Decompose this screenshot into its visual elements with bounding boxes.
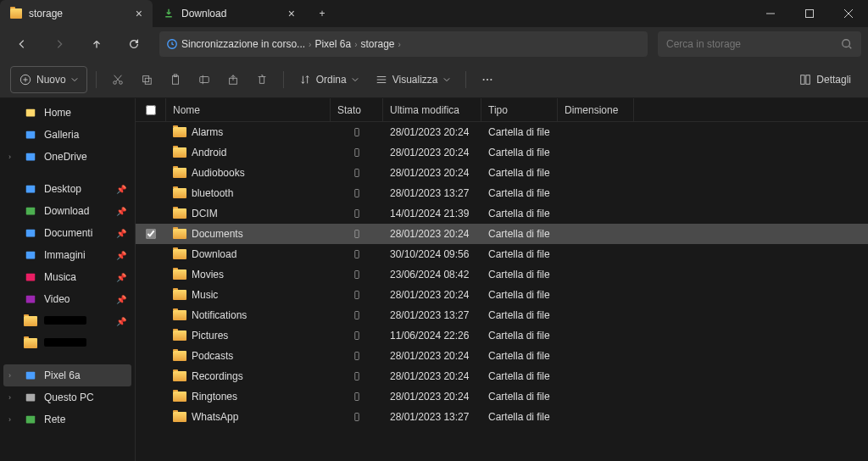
svg-rect-23 (801, 75, 804, 84)
chevron-right-icon: › (354, 40, 357, 49)
breadcrumb-item[interactable]: storage (360, 38, 394, 50)
svg-rect-41 (355, 210, 359, 218)
refresh-button[interactable] (119, 31, 149, 58)
svg-rect-14 (199, 76, 209, 82)
file-type: Cartella di file (481, 391, 558, 403)
file-state (331, 147, 383, 158)
select-all-checkbox[interactable] (136, 98, 166, 121)
sidebar-item-rete[interactable]: › Rete (0, 408, 135, 430)
svg-rect-50 (355, 393, 359, 401)
folder-icon (173, 188, 186, 198)
svg-rect-10 (142, 75, 148, 81)
svg-rect-31 (26, 252, 36, 259)
tab-download[interactable]: Download × (153, 0, 305, 27)
paste-button[interactable] (163, 66, 188, 93)
svg-rect-27 (26, 153, 36, 161)
sidebar-item-download[interactable]: Download📌 (0, 200, 135, 222)
file-state (331, 249, 383, 259)
breadcrumb-item[interactable]: Sincronizzazione in corso... (181, 38, 305, 50)
forward-button[interactable] (44, 31, 75, 58)
file-modified: 30/10/2024 09:56 (383, 248, 481, 260)
column-state[interactable]: Stato (331, 98, 383, 121)
sidebar-item-redacted[interactable] (0, 332, 135, 354)
new-label: Nuovo (36, 74, 66, 86)
minimize-button[interactable] (751, 0, 790, 27)
rename-icon (198, 73, 210, 86)
table-row[interactable]: Ringtones 28/01/2023 20:24 Cartella di f… (136, 386, 868, 407)
table-row[interactable]: Android 28/01/2023 20:24 Cartella di fil… (136, 142, 868, 163)
table-row[interactable]: Download 30/10/2024 09:56 Cartella di fi… (136, 244, 868, 264)
table-row[interactable]: Notifications 28/01/2023 13:27 Cartella … (136, 305, 868, 325)
view-button[interactable]: Visualizza (369, 66, 457, 93)
breadcrumb-item[interactable]: Pixel 6a (314, 38, 351, 50)
row-checkbox[interactable] (146, 229, 156, 239)
close-icon[interactable]: × (288, 7, 295, 20)
sidebar-item-home[interactable]: Home (0, 102, 135, 124)
sidebar-item-video[interactable]: Video📌 (0, 288, 135, 310)
tab-add-button[interactable]: + (305, 0, 339, 27)
column-type[interactable]: Tipo (481, 98, 558, 121)
file-modified: 28/01/2023 20:24 (383, 370, 481, 382)
sidebar-item-immagini[interactable]: Immagini📌 (0, 244, 135, 266)
sidebar-item-galleria[interactable]: Galleria (0, 124, 135, 146)
sort-button[interactable]: Ordina (292, 66, 365, 93)
up-button[interactable] (81, 31, 112, 58)
column-name[interactable]: Nome (166, 98, 331, 121)
tabs-container: storage × Download × + (0, 0, 339, 27)
sidebar-item-musica[interactable]: Musica📌 (0, 266, 135, 288)
chevron-down-icon (71, 76, 78, 83)
view-icon (376, 74, 387, 86)
close-button[interactable] (829, 0, 868, 27)
file-modified: 14/01/2024 21:39 (383, 208, 481, 219)
search-input[interactable] (666, 38, 834, 50)
table-row[interactable]: bluetooth 28/01/2023 13:27 Cartella di f… (136, 183, 868, 203)
table-row[interactable]: Recordings 28/01/2023 20:24 Cartella di … (136, 366, 868, 386)
file-list: Nome Stato Ultima modifica Tipo Dimensio… (136, 98, 868, 461)
sidebar-item-redacted[interactable]: 📌 (0, 310, 135, 332)
more-icon (481, 73, 493, 86)
table-row[interactable]: Alarms 28/01/2023 20:24 Cartella di file (136, 122, 868, 142)
more-button[interactable] (475, 66, 500, 93)
column-modified[interactable]: Ultima modifica (383, 98, 481, 121)
toolbar: Nuovo Ordina Visualizza Dettagli (0, 61, 868, 98)
file-modified: 28/01/2023 20:24 (383, 126, 481, 138)
table-row[interactable]: Movies 23/06/2024 08:42 Cartella di file (136, 264, 868, 285)
sidebar-item-desktop[interactable]: Desktop📌 (0, 178, 135, 200)
table-row[interactable]: DCIM 14/01/2024 21:39 Cartella di file (136, 203, 868, 224)
sidebar-item-documenti[interactable]: Documenti📌 (0, 222, 135, 244)
close-icon[interactable]: × (136, 7, 142, 20)
svg-rect-12 (172, 75, 178, 84)
folder-icon (173, 351, 186, 361)
details-button[interactable]: Dettagli (793, 74, 858, 86)
back-button[interactable] (7, 31, 37, 58)
file-modified: 28/01/2023 13:27 (383, 309, 481, 321)
sidebar-item-label: Pixel 6a (44, 369, 81, 381)
sidebar-item-pixel-6a[interactable]: › Pixel 6a (3, 364, 131, 386)
column-size[interactable]: Dimensione (558, 98, 634, 121)
breadcrumb[interactable]: Sincronizzazione in corso... › Pixel 6a … (159, 31, 648, 57)
table-row[interactable]: Music 28/01/2023 20:24 Cartella di file (136, 285, 868, 305)
table-row[interactable]: Documents 28/01/2023 20:24 Cartella di f… (136, 224, 868, 244)
pc-icon (24, 391, 37, 404)
table-row[interactable]: Audiobooks 28/01/2023 20:24 Cartella di … (136, 163, 868, 183)
file-name: Download (192, 248, 236, 260)
cut-button[interactable] (105, 66, 131, 93)
sidebar-item-questo-pc[interactable]: › Questo PC (0, 386, 135, 408)
svg-rect-44 (355, 271, 359, 279)
folder-redact-icon (24, 314, 37, 328)
new-button[interactable]: Nuovo (10, 66, 87, 93)
tab-storage[interactable]: storage × (0, 0, 153, 27)
maximize-button[interactable] (790, 0, 829, 27)
table-row[interactable]: Pictures 11/06/2024 22:26 Cartella di fi… (136, 325, 868, 346)
sidebar: Home Galleria › OneDrive Desktop📌 Downlo… (0, 98, 136, 461)
file-state (331, 412, 383, 422)
delete-button[interactable] (249, 66, 275, 93)
copy-button[interactable] (134, 66, 159, 93)
search-box[interactable] (658, 31, 861, 57)
sidebar-item-onedrive[interactable]: › OneDrive (0, 146, 135, 168)
folder-redact-icon (24, 336, 37, 350)
table-row[interactable]: Podcasts 28/01/2023 20:24 Cartella di fi… (136, 346, 868, 366)
rename-button[interactable] (192, 66, 217, 93)
table-row[interactable]: WhatsApp 28/01/2023 13:27 Cartella di fi… (136, 407, 868, 427)
share-button[interactable] (220, 66, 246, 93)
